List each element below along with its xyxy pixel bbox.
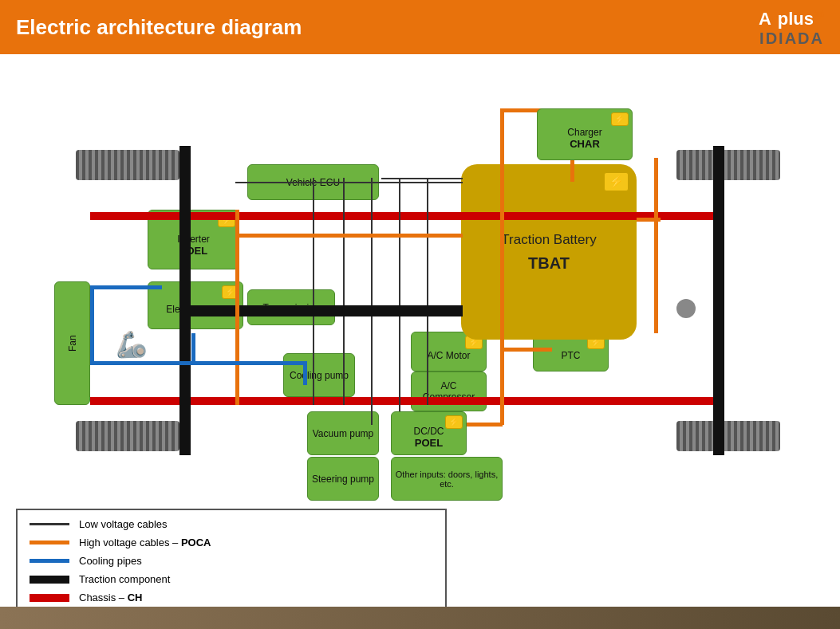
connector-dot: [676, 299, 696, 318]
dcdc-box: ⚡ DC/DC POEL: [391, 411, 467, 455]
hv-cable-charger-down: [570, 158, 574, 182]
hv-cable-left-v: [235, 210, 239, 405]
charger-label: Charger: [567, 127, 601, 138]
tire-bottom-right: [676, 421, 780, 451]
legend-text-cooling: Cooling pipes: [79, 555, 142, 567]
logo-applus: Arplus⊕: [759, 6, 824, 29]
fan-box: Fan: [54, 281, 90, 405]
legend-item-traction: Traction component: [30, 573, 433, 585]
cooling-pipe-motor-h: [191, 361, 307, 365]
legend-text-low-voltage: Low voltage cables: [79, 518, 168, 530]
ac-compressor-box: A/C Compressor: [411, 372, 487, 411]
legend-line-chassis: [30, 594, 69, 602]
battery-code: TBAT: [528, 254, 570, 273]
signal-cable-ecu-h: [235, 182, 463, 183]
legend-text-traction: Traction component: [79, 573, 170, 585]
vacuum-pump-box: Vacuum pump: [307, 411, 379, 455]
legend-text-chassis: Chassis – CH: [79, 592, 142, 603]
diagram-area: 🦾 Vehicle ECU ⚡ Charger CHAR ⚡ Inverter …: [0, 54, 840, 501]
hv-cable-dcdc-v: [500, 373, 504, 425]
legend-line-low-voltage: [30, 523, 69, 525]
tire-top-right: [676, 150, 780, 180]
cooling-pipe-motor-down: [191, 333, 195, 365]
tire-bottom-left: [76, 421, 179, 451]
signal-cable-ecu-right: [381, 178, 463, 179]
axle-left: [179, 146, 191, 455]
legend-item-chassis: Chassis – CH: [30, 592, 433, 603]
signal-cable-v3: [371, 178, 373, 425]
signal-cable-v5: [427, 178, 428, 405]
legend-item-cooling: Cooling pipes: [30, 555, 433, 567]
cooling-pipe-v1: [90, 285, 94, 365]
other-inputs-box: Other inputs: doors, lights, etc.: [391, 457, 503, 501]
dcdc-code: POEL: [415, 437, 443, 449]
ac-motor-label: A/C Motor: [427, 350, 470, 361]
steering-pump-box: Steering pump: [307, 457, 379, 501]
battery-hv-badge: ⚡: [604, 172, 629, 191]
legend-item-high-voltage: High voltage cables – POCA: [30, 537, 433, 548]
ptc-label: PTC: [562, 350, 581, 361]
hv-cable-right-v1: [500, 108, 504, 212]
tire-top-left: [76, 150, 179, 180]
header: Electric architecture diagram Arplus⊕ ID…: [0, 0, 840, 54]
traction-h1: [179, 305, 463, 316]
legend-line-cooling: [30, 559, 69, 563]
hv-cable-ptc-h: [504, 348, 552, 352]
charger-code: CHAR: [570, 138, 600, 150]
hv-cable-left-h: [235, 234, 463, 238]
legend-line-high-voltage: [30, 541, 69, 544]
logo-idiada: IDIADA: [759, 29, 824, 48]
cooling-pump-label: Cooling pump: [290, 370, 349, 381]
vacuum-pump-label: Vacuum pump: [313, 428, 373, 439]
dcdc-hv-badge: ⚡: [445, 415, 463, 429]
legend-text-high-voltage: High voltage cables – POCA: [79, 537, 211, 548]
charger-box: ⚡ Charger CHAR: [537, 108, 633, 160]
logo: Arplus⊕ IDIADA: [759, 6, 824, 48]
traction-battery-box: ⚡ Traction Battery TBAT: [461, 164, 637, 340]
battery-label: Traction Battery: [501, 232, 596, 248]
bottom-bar: [0, 607, 840, 629]
other-inputs-label: Other inputs: doors, lights, etc.: [395, 470, 499, 489]
fan-label: Fan: [67, 335, 78, 352]
signal-cable-v2: [343, 178, 345, 405]
cooling-pipe-h2: [90, 285, 162, 289]
charger-hv-badge: ⚡: [611, 112, 629, 126]
dcdc-label: DC/DC: [414, 426, 444, 437]
cooling-pipe-pump-down: [303, 365, 307, 385]
signal-cable-v4: [399, 178, 400, 425]
legend-item-low-voltage: Low voltage cables: [30, 518, 433, 530]
robot-figure: 🦾: [116, 329, 148, 360]
hv-cable-battery-right: [637, 218, 661, 222]
steering-pump-label: Steering pump: [312, 474, 374, 485]
axle-right: [713, 146, 724, 455]
signal-cable-v1: [313, 178, 314, 405]
hv-cable-right-v2: [654, 158, 658, 333]
page-title: Electric architecture diagram: [16, 15, 302, 40]
main-content: 🦾 Vehicle ECU ⚡ Charger CHAR ⚡ Inverter …: [0, 54, 840, 629]
legend-line-traction: [30, 576, 69, 584]
